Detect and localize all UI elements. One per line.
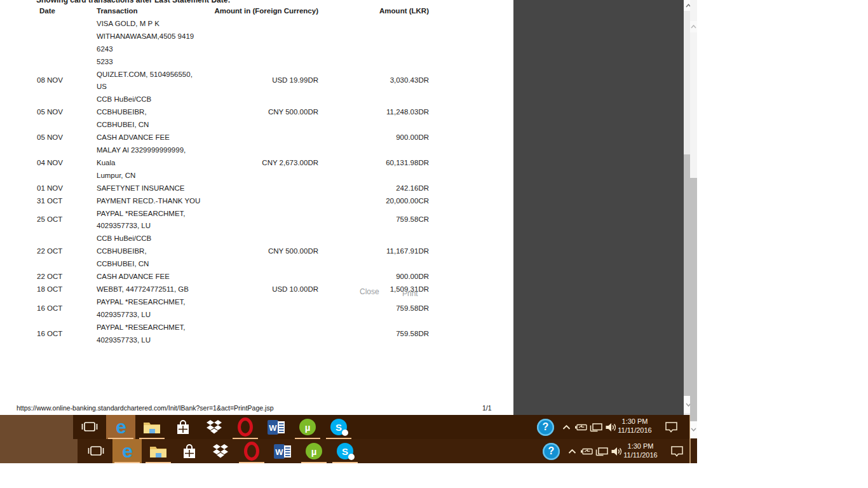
chevron-up-icon[interactable]	[562, 415, 571, 439]
action-center-icon[interactable]	[663, 415, 679, 439]
running-indicator	[114, 462, 140, 464]
print-preview-backdrop	[513, 0, 684, 415]
cell-transaction: CCB HuBei/CCB CCBHUBEIBR, CCBHUBEI, CN	[97, 233, 203, 271]
cell-lkr-amount: 60,131.98DR	[318, 157, 429, 170]
taskbar-app-dropbox[interactable]	[206, 439, 235, 463]
cell-transaction: PAYPAL *RESEARCHMET, 4029357733, LU	[97, 322, 203, 347]
cell-lkr-amount: 20,000.00CR	[318, 195, 429, 208]
cell-transaction: PAYMENT RECD.-THANK YOU	[97, 195, 203, 208]
outer-scrollbar-thumb[interactable]	[690, 178, 697, 421]
cell-lkr-amount: 3,030.43DR	[318, 74, 429, 87]
edge-icon: e	[116, 417, 126, 437]
cell-foreign-amount: USD 10.00DR	[203, 283, 318, 296]
taskbar-app-skype[interactable]: S	[324, 415, 353, 439]
store-icon	[182, 444, 197, 459]
table-row: 05 NOVCASH ADVANCE FEE900.00DR	[0, 132, 445, 144]
cell-date: 04 NOV	[0, 157, 97, 170]
statement-title: Showing card transactions after Last Sta…	[36, 0, 230, 4]
page-indicator: 1/1	[482, 404, 492, 412]
col-header-lkr: Amount (LKR)	[318, 5, 429, 18]
cell-date: 25 OCT	[0, 214, 97, 226]
action-center-icon[interactable]	[669, 439, 684, 463]
cell-date: 05 NOV	[0, 132, 97, 144]
taskbar-app-opera[interactable]	[231, 415, 260, 439]
taskbar-app-word[interactable]: W	[268, 439, 297, 463]
cell-lkr-amount: 759.58DR	[318, 328, 429, 341]
file-explorer-icon	[149, 444, 167, 458]
taskbar-app-task-view[interactable]	[81, 439, 111, 463]
clock-date: 11/11/2016	[617, 451, 664, 459]
taskbar-app-skype[interactable]: S	[330, 439, 360, 463]
clock-time: 1:30 PM	[611, 417, 658, 426]
word-icon: W	[268, 419, 285, 436]
taskbar-app-edge[interactable]: e	[106, 415, 135, 439]
cell-date: 01 NOV	[0, 182, 97, 195]
taskbar-app-task-view[interactable]	[75, 415, 104, 439]
taskbar-clock[interactable]: 1:30 PM11/11/2016	[617, 442, 664, 459]
scroll-down-icon[interactable]	[690, 421, 697, 437]
statement-print-page: Showing card transactions after Last Sta…	[0, 0, 513, 415]
cell-transaction: QUIZLET.COM, 5104956550, US	[97, 69, 203, 94]
network-icon[interactable]	[589, 415, 603, 439]
running-indicator	[239, 462, 264, 464]
cell-foreign-amount: CNY 2,673.00DR	[203, 157, 318, 170]
table-row: 08 NOVQUIZLET.COM, 5104956550, USUSD 19.…	[0, 69, 445, 94]
store-icon	[175, 419, 191, 435]
table-row: 16 OCTPAYPAL *RESEARCHMET, 4029357733, L…	[0, 322, 445, 347]
close-button[interactable]: Close	[360, 287, 379, 296]
table-row: 22 OCTCCB HuBei/CCB CCBHUBEIBR, CCBHUBEI…	[0, 233, 445, 271]
taskbar-clock[interactable]: 1:30 PM11/11/2016	[611, 417, 658, 435]
edge-icon: e	[122, 442, 132, 461]
screen: Showing card transactions after Last Sta…	[0, 0, 868, 488]
skype-icon: S	[330, 419, 347, 435]
table-row: 01 NOVSAFETYNET INSURANCE242.16DR	[0, 182, 445, 195]
cell-transaction: MALAY Al 2329999999999, Kuala Lumpur, CN	[97, 144, 203, 182]
opera-icon	[244, 442, 259, 461]
taskbar-app-edge[interactable]: e	[112, 439, 142, 463]
cell-transaction: CASH ADVANCE FEE	[97, 271, 203, 283]
print-button[interactable]: Print	[402, 289, 418, 298]
taskbar-app-store[interactable]	[175, 439, 204, 463]
dropbox-icon	[206, 419, 222, 435]
taskbar-app-opera[interactable]	[237, 439, 266, 463]
help-icon[interactable]: ?	[537, 415, 554, 439]
outer-scrollbar[interactable]	[690, 0, 697, 438]
network-icon[interactable]	[595, 439, 609, 463]
cell-date: 05 NOV	[0, 106, 97, 119]
transaction-rows: VISA GOLD, M P K WITHANAWASAM,4505 9419 …	[0, 18, 445, 347]
cell-date: 22 OCT	[0, 245, 97, 258]
table-row: 22 OCTCASH ADVANCE FEE900.00DR	[0, 271, 445, 283]
col-header-transaction: Transaction	[97, 5, 203, 18]
cell-lkr-amount: 900.00DR	[318, 132, 429, 144]
table-row: 16 OCTPAYPAL *RESEARCHMET, 4029357733, L…	[0, 296, 445, 322]
cell-lkr-amount: 11,167.91DR	[318, 245, 429, 258]
scroll-up-icon[interactable]	[690, 21, 697, 32]
skype-icon: S	[337, 443, 353, 459]
svg-text:W: W	[269, 423, 277, 433]
table-header-row: Date Transaction Amount in (Foreign Curr…	[0, 5, 445, 18]
table-row: 25 OCTPAYPAL *RESEARCHMET, 4029357733, L…	[0, 208, 445, 233]
taskbar-app-file-explorer[interactable]	[137, 415, 166, 439]
col-header-foreign: Amount in (Foreign Currency)	[203, 5, 318, 18]
help-icon[interactable]: ?	[543, 439, 560, 463]
cell-lkr-amount: 759.58DR	[318, 302, 429, 315]
taskbar-app-word[interactable]: W	[262, 415, 291, 439]
table-row: 04 NOVMALAY Al 2329999999999, Kuala Lump…	[0, 144, 445, 182]
cell-transaction: PAYPAL *RESEARCHMET, 4029357733, LU	[97, 296, 203, 322]
taskbar-app-store[interactable]	[168, 415, 198, 439]
taskbar-app-dropbox[interactable]	[200, 415, 229, 439]
utorrent-icon: µ	[299, 419, 316, 435]
word-icon: W	[274, 443, 292, 460]
battery-icon[interactable]	[574, 415, 588, 439]
taskbar-duplicate: eWµS?1:30 PM11/11/2016	[0, 439, 697, 463]
cell-transaction: CCB HuBei/CCB CCBHUBEIBR, CCBHUBEI, CN	[97, 93, 203, 132]
cell-transaction: WEBBT, 447724772511, GB	[97, 283, 203, 296]
taskbar-app-utorrent[interactable]: µ	[293, 415, 322, 439]
cell-foreign-amount: USD 19.99DR	[203, 74, 318, 87]
taskbar-app-file-explorer[interactable]	[144, 439, 173, 463]
taskbar-app-utorrent[interactable]: µ	[299, 439, 329, 463]
task-view-icon	[87, 445, 105, 458]
cell-date: 08 NOV	[0, 74, 97, 87]
battery-icon[interactable]	[580, 439, 593, 463]
chevron-up-icon[interactable]	[567, 439, 576, 463]
